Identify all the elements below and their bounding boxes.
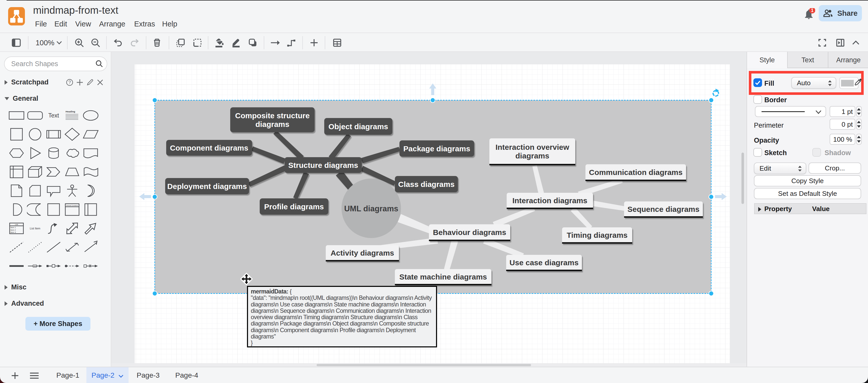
svg-text:Interaction overview: Interaction overview — [495, 143, 569, 151]
svg-text:Label: Label — [33, 265, 37, 267]
svg-text:Sequence diagrams: Sequence diagrams — [627, 205, 699, 213]
svg-text:Deployment diagrams: Deployment diagrams — [167, 182, 247, 190]
svg-text:Class diagrams: Class diagrams — [398, 180, 455, 188]
svg-text:Composite structure: Composite structure — [235, 111, 309, 120]
svg-text:Activity diagrams: Activity diagrams — [331, 249, 394, 257]
svg-text:Heading: Heading — [66, 110, 75, 113]
svg-text:Item 2: Item 2 — [10, 229, 16, 231]
svg-text:Package diagrams: Package diagrams — [403, 144, 470, 153]
svg-text:List: List — [15, 223, 18, 226]
svg-text:Communication diagrams: Communication diagrams — [589, 168, 683, 176]
svg-text:Item 1: Item 1 — [10, 226, 16, 229]
svg-text:Item 3: Item 3 — [10, 231, 16, 233]
svg-text:State machine diagrams: State machine diagrams — [399, 273, 487, 281]
svg-text:Behaviour diagrams: Behaviour diagrams — [433, 228, 506, 237]
svg-text:Interaction diagrams: Interaction diagrams — [512, 196, 587, 205]
svg-text:1: 1 — [811, 8, 814, 13]
svg-text:Component diagrams: Component diagrams — [170, 144, 248, 152]
svg-text:Profile diagrams: Profile diagrams — [264, 202, 324, 211]
svg-text:Use case diagrams: Use case diagrams — [509, 258, 579, 267]
svg-text:List Item: List Item — [30, 227, 40, 230]
svg-text:Structure diagrams: Structure diagrams — [288, 161, 358, 169]
svg-text:?: ? — [68, 80, 71, 85]
svg-text:Timing diagrams: Timing diagrams — [567, 231, 628, 239]
svg-text:Text: Text — [48, 112, 59, 119]
svg-text:diagrams: diagrams — [255, 120, 289, 128]
svg-text:diagrams: diagrams — [515, 152, 549, 160]
svg-text:Object diagrams: Object diagrams — [328, 122, 388, 131]
svg-text:UML diagrams: UML diagrams — [344, 204, 398, 213]
svg-text:Vertical Container: Vertical Container — [66, 205, 78, 206]
